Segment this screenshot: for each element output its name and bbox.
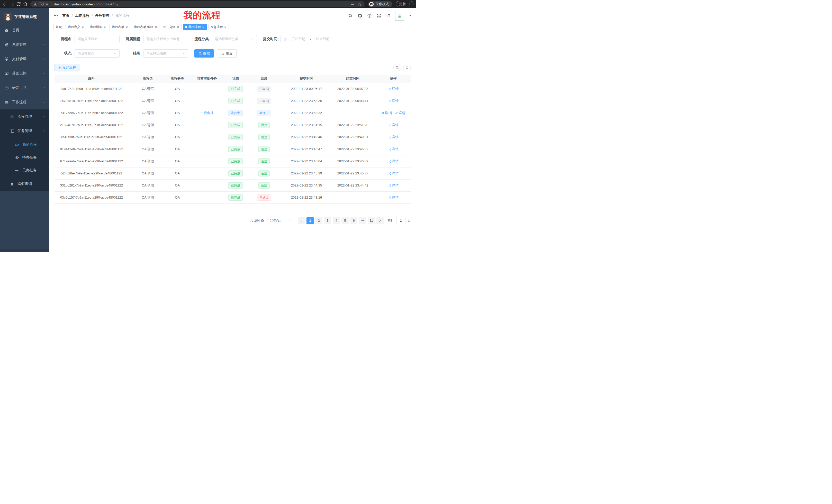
breadcrumb-item[interactable]: 首页	[62, 13, 70, 18]
cell-process-name: OA 请假	[129, 155, 167, 167]
action-detail[interactable]: 详情	[388, 123, 399, 128]
sidebar-fold-icon[interactable]	[53, 13, 58, 18]
menu-kebab-icon[interactable]	[408, 2, 411, 6]
next-page-button[interactable]	[376, 217, 384, 224]
action-detail[interactable]: 详情	[388, 99, 399, 103]
back-icon[interactable]	[3, 2, 8, 7]
breadcrumb: 首页/工作流程/任务管理/我的流程	[62, 13, 130, 18]
tab-流程表单[interactable]: 流程表单×	[109, 24, 130, 30]
home-icon[interactable]	[23, 2, 28, 7]
page-button-1[interactable]: 1	[307, 217, 314, 224]
font-size-icon[interactable]: TT	[386, 13, 390, 18]
refresh-table-button[interactable]	[403, 64, 411, 72]
action-detail[interactable]: 详情	[395, 111, 406, 115]
cell-result: 已取消	[245, 95, 283, 107]
breadcrumb-item[interactable]: 工作流程	[75, 13, 89, 18]
forward-icon[interactable]	[9, 2, 15, 7]
tab-首页[interactable]: 首页	[53, 24, 64, 30]
show-search-button[interactable]	[393, 64, 401, 72]
action-detail[interactable]: 详情	[388, 135, 399, 139]
close-icon[interactable]: ×	[81, 25, 84, 29]
page-content: 流程名 请输入流程名 所属流程 请输入流程定义的编号 流程分类 请选择流程分类 …	[49, 31, 416, 252]
sidebar-item-devtools[interactable]: 研发工具	[0, 81, 49, 95]
cell-category: OA	[167, 155, 188, 167]
sidebar-item-my-process[interactable]: 我的流程	[0, 138, 49, 151]
search-icon[interactable]	[348, 13, 353, 18]
prev-page-button[interactable]	[298, 217, 305, 224]
security-label[interactable]: 不安全	[38, 2, 49, 6]
sidebar-item-todo-tasks[interactable]: 待办任务	[0, 151, 49, 164]
current-task-link[interactable]: 一级审批	[200, 111, 214, 115]
password-key-icon[interactable]	[351, 2, 355, 6]
page-size-select[interactable]: 10条/页	[268, 217, 293, 224]
start-process-button[interactable]: 发起流程	[54, 64, 79, 72]
sidebar-item-task-mgmt[interactable]: 任务管理	[0, 124, 49, 138]
tab-发起流程[interactable]: 发起流程×	[208, 24, 229, 30]
fullscreen-icon[interactable]	[377, 13, 381, 18]
sidebar-item-leave-query[interactable]: 请假查询	[0, 177, 49, 191]
close-icon[interactable]: ×	[224, 25, 227, 29]
tab-流程定义[interactable]: 流程定义×	[66, 24, 86, 30]
table-row: 331bc281-7b9a-11ec-a290-acde48001122OA 请…	[54, 179, 411, 191]
page-button-5[interactable]: 5	[341, 217, 349, 224]
url-host: dashboard.yudao.iocoder.cn	[54, 2, 98, 6]
bookmark-star-icon[interactable]	[358, 2, 362, 6]
table-row: 7470a810-7b9b-11ec-b5b7-acde48001122OA 请…	[54, 95, 411, 107]
update-label[interactable]: 更新	[399, 2, 406, 6]
action-detail[interactable]: 详情	[388, 87, 399, 91]
page-button-11[interactable]: 11	[368, 217, 375, 224]
breadcrumb-item[interactable]: 任务管理	[95, 13, 109, 18]
action-cancel[interactable]: 取消	[381, 111, 392, 115]
action-detail[interactable]: 详情	[388, 147, 399, 151]
result-badge: 通过	[258, 170, 270, 176]
sidebar-item-label: 我的流程	[22, 142, 37, 147]
avatar[interactable]	[395, 11, 404, 21]
tab-我的流程[interactable]: 我的流程×	[183, 24, 207, 30]
pen-icon	[388, 87, 391, 90]
status-select[interactable]: 请选择状态	[75, 49, 120, 58]
close-icon[interactable]: ×	[104, 25, 106, 29]
sidebar-item-infra[interactable]: 基础设施	[0, 66, 49, 81]
page-ellipsis[interactable]: •••	[359, 217, 366, 224]
tab-流程表单-编辑[interactable]: 流程表单-编辑×	[132, 24, 160, 30]
close-icon[interactable]: ×	[177, 25, 179, 29]
address-bar[interactable]: 不安全 dashboard.yudao.iocoder.cn /bpm/task…	[30, 1, 365, 7]
sidebar-item-done-tasks[interactable]: 已办任务	[0, 164, 49, 177]
action-detail[interactable]: 详情	[388, 159, 399, 164]
sidebar-collapse-bar[interactable]	[0, 249, 49, 252]
sidebar-item-workflow[interactable]: 工作流程	[0, 95, 49, 109]
action-detail[interactable]: 详情	[388, 183, 399, 188]
process-definition-input[interactable]: 请输入流程定义的编号	[143, 35, 188, 43]
chevron-down-icon	[42, 115, 45, 118]
cell-category: OA	[167, 131, 188, 143]
sidebar-item-process-mgmt[interactable]: 流程管理	[0, 109, 49, 124]
jump-page-input[interactable]: 1	[396, 217, 406, 224]
sidebar-item-system[interactable]: 系统管理	[0, 37, 49, 52]
tab-用户分组[interactable]: 用户分组×	[161, 24, 182, 30]
close-icon[interactable]: ×	[202, 25, 205, 29]
page-button-6[interactable]: 6	[350, 217, 357, 224]
github-icon[interactable]	[358, 13, 362, 18]
page-button-2[interactable]: 2	[315, 217, 322, 224]
page-button-3[interactable]: 3	[324, 217, 331, 224]
reload-icon[interactable]	[16, 2, 21, 7]
update-button[interactable]: 更新	[396, 1, 413, 7]
search-button[interactable]: 搜索	[194, 49, 214, 58]
chevron-down-icon[interactable]	[409, 14, 412, 17]
sidebar-item-payment[interactable]: 支付管理	[0, 52, 49, 66]
app-logo[interactable]: 芋道管理系统	[0, 8, 49, 22]
close-icon[interactable]: ×	[126, 25, 128, 29]
sidebar-item-home[interactable]: 首页	[0, 23, 49, 37]
tab-流程模型[interactable]: 流程模型×	[88, 24, 108, 30]
process-name-input[interactable]: 请输入流程名	[75, 35, 120, 43]
result-select[interactable]: 请选择流结果	[143, 49, 188, 58]
help-icon[interactable]	[367, 13, 372, 18]
action-detail[interactable]: 详情	[388, 171, 399, 176]
page-button-4[interactable]: 4	[333, 217, 340, 224]
action-detail[interactable]: 详情	[388, 195, 399, 200]
category-select[interactable]: 请选择流程分类	[212, 35, 257, 43]
reset-button[interactable]: 重置	[217, 49, 237, 58]
close-icon[interactable]: ×	[155, 25, 157, 29]
action-label: 取消	[385, 111, 392, 115]
submit-time-range-picker[interactable]: 开始日期 - 结束日期	[281, 35, 337, 43]
